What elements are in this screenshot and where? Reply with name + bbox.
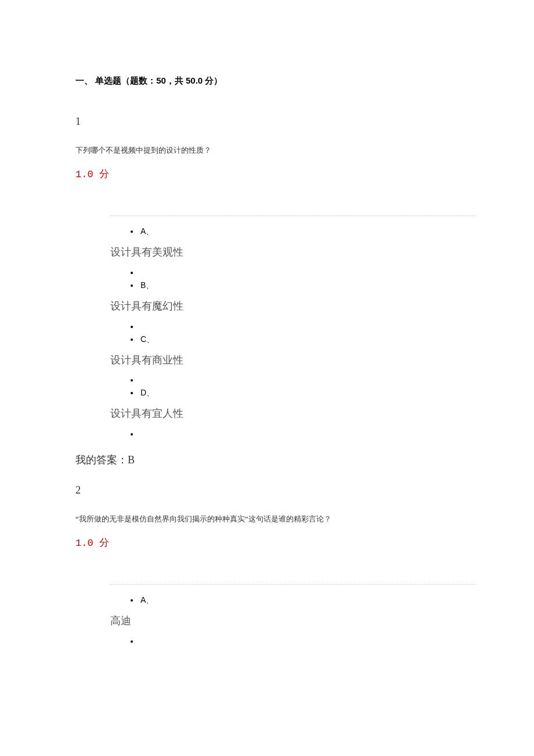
option-item: A、 [110, 226, 476, 237]
option-text-a: 高迪 [110, 613, 476, 629]
divider [110, 584, 476, 585]
question-number: 2 [75, 484, 476, 496]
bullet-icon [139, 322, 476, 331]
option-item: D、 [110, 375, 476, 398]
option-item: B、 [110, 268, 476, 291]
option-label-d: D、 [139, 388, 476, 398]
option-text-c: 设计具有商业性 [110, 352, 476, 369]
option-text-b: 设计具有魔幻性 [110, 298, 476, 315]
question-score: 1.0 分 [75, 536, 476, 549]
option-text-a: 设计具有美观性 [110, 244, 476, 261]
option-item [110, 429, 476, 438]
my-answer: 我的答案：B [75, 453, 476, 467]
option-label-a: A、 [139, 595, 476, 606]
section-header: 一、 单选题（题数：50，共 50.0 分） [75, 75, 476, 87]
options-block: A、 高迪 [110, 564, 476, 646]
divider [110, 215, 476, 216]
option-label-a: A、 [139, 226, 476, 237]
question-score: 1.0 分 [75, 167, 476, 181]
option-item: A、 [110, 595, 476, 606]
option-label-c: C、 [139, 334, 476, 345]
question-text: 下列哪个不是视频中提到的设计的性质？ [75, 145, 476, 156]
option-label-b: B、 [139, 280, 476, 291]
bullet-icon [139, 268, 476, 277]
option-item [110, 636, 476, 646]
bullet-icon [139, 429, 476, 438]
bullet-icon [139, 375, 476, 384]
bullet-icon [139, 636, 476, 646]
option-text-d: 设计具有宜人性 [110, 405, 476, 422]
question-text: “我所做的无非是模仿自然界向我们揭示的种种真实”这句话是谁的精彩言论？ [75, 514, 476, 524]
options-block: A、 设计具有美观性 B、 设计具有魔幻性 C、 设计具有商业性 D、 设计具有… [110, 195, 476, 438]
option-item: C、 [110, 322, 476, 345]
question-number: 1 [75, 116, 476, 128]
